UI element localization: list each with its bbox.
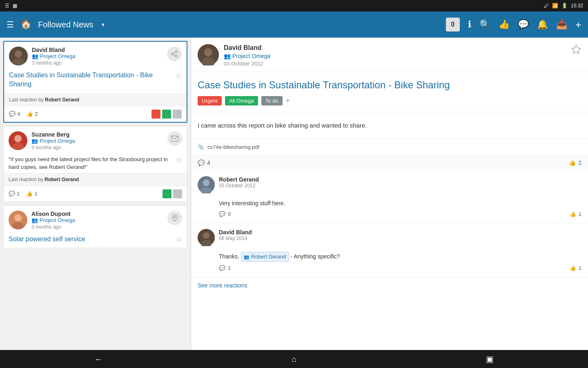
like-icon[interactable]: 👍 [499, 19, 510, 30]
card-2-project: 👥 Project Omega [31, 138, 75, 144]
home-button[interactable]: ⌂ [282, 351, 306, 367]
comment-1-like-icon: 👍 [570, 211, 576, 217]
card-3-author-info: Alison Dupont 👥 Project Omega 3 months a… [31, 211, 75, 230]
svg-point-17 [204, 48, 212, 56]
post-group-icon: 👥 [224, 53, 231, 59]
post-author-name: David Bland [224, 44, 270, 52]
comment-1-footer: 💬 0 👍 1 [198, 211, 581, 217]
news-card-1[interactable]: David Bland 👥 Project Omega 3 months ago [3, 41, 187, 123]
color-dot-gray [173, 110, 182, 119]
card-1-title: ☆ Case Studies in Sustainable Transporta… [4, 69, 187, 93]
post-title: Case Studies in Sustainable Transportati… [191, 72, 588, 96]
info-icon[interactable]: ℹ [468, 19, 471, 30]
top-nav-right: 0 ℹ 🔍 👍 💬 🔔 📥 + [446, 18, 581, 31]
battery-icon: 🔋 [561, 3, 568, 9]
card-2-header: Suzanne Berg 👥 Project Omega 3 months ag… [4, 126, 187, 154]
status-bar: ☰ ▦ 🖊 📶 🔋 15:32 [0, 0, 588, 11]
card-3-star-icon[interactable]: ☆ [176, 235, 182, 244]
svg-point-21 [203, 180, 209, 186]
comment-2-author-name: David Bland [219, 229, 252, 236]
post-header-left: David Bland 👥 Project Omega 03 October 2… [198, 44, 270, 67]
card-2-time: 3 months ago [31, 145, 75, 150]
color-dot-green-2 [163, 189, 172, 198]
comment-1-author-name: Robert Gerand [219, 176, 259, 183]
news-card-3[interactable]: Alison Dupont 👥 Project Omega 3 months a… [3, 205, 187, 248]
card-2-action-icon[interactable] [167, 131, 182, 146]
like-icon-2: 👍 [26, 191, 33, 197]
tag-add-button[interactable]: + [286, 96, 290, 105]
status-bar-right: 🖊 📶 🔋 15:32 [544, 3, 583, 9]
chat-icon[interactable]: 💬 [518, 19, 529, 30]
comment-2-avatar [198, 229, 215, 246]
card-1-star-icon[interactable]: ☆ [175, 71, 182, 81]
card-1-project: 👥 Project Omega [32, 53, 76, 59]
likes-count-section: 👍 2 [569, 159, 581, 166]
svg-point-9 [14, 135, 22, 142]
nav-title: Followed News [38, 20, 94, 29]
mention-group-icon: 👥 [244, 254, 249, 260]
card-2-star-icon[interactable]: ☆ [176, 155, 182, 164]
back-button[interactable]: ← [85, 351, 112, 367]
tag-todo[interactable]: To do [261, 96, 283, 105]
card-3-action-icon[interactable] [167, 211, 182, 225]
comment-2-footer: 💬 1 👍 1 [198, 265, 581, 271]
inbox-icon[interactable]: 📥 [556, 19, 567, 30]
card-3-avatar [9, 211, 27, 229]
comment-2-header: David Bland 06 May 2014 [198, 229, 581, 246]
hamburger-menu[interactable]: ☰ [7, 20, 14, 29]
group-icon-1: 👥 [32, 53, 38, 59]
color-dot-green [162, 110, 171, 119]
card-2-author-name: Suzanne Berg [31, 131, 75, 138]
comment-2-body-before: Thanks, [219, 253, 241, 260]
card-3-header: Alison Dupont 👥 Project Omega 3 months a… [4, 206, 187, 233]
comment-1-author-info: Robert Gerand 05 October 2012 [219, 176, 259, 188]
card-2-comments: 💬 1 [9, 191, 20, 197]
attachment-bar: 📎 cs74e-bikesharing.pdf [191, 139, 588, 155]
card-3-time: 3 months ago [31, 224, 75, 230]
comment-1-body: Very interesting stuff here. [198, 197, 581, 211]
attachment-filename[interactable]: cs74e-bikesharing.pdf [207, 144, 259, 150]
comments-bar-like-icon: 👍 [569, 159, 576, 166]
post-star-icon[interactable] [571, 44, 581, 57]
comment-2-body: Thanks, 👥 Robert Gerand - Anything speci… [198, 250, 581, 265]
card-3-project: 👥 Project Omega [31, 217, 75, 223]
see-more-reactions-link[interactable]: See more reactions [191, 277, 588, 294]
svg-point-1 [15, 50, 22, 58]
top-nav-left: ☰ 🏠 Followed News ▾ [7, 19, 105, 30]
badge-button[interactable]: 0 [446, 18, 460, 31]
card-1-author-name: David Bland [32, 47, 76, 53]
comment-1-avatar [198, 176, 215, 193]
attachment-icon: 📎 [198, 144, 204, 150]
comment-2-body-after: - Anything specific? [291, 253, 340, 260]
card-1-action-icon[interactable] [167, 47, 182, 61]
card-1-color-dots [151, 110, 182, 119]
status-bar-left: ☰ ▦ [5, 3, 17, 9]
card-1-footer: 💬 4 👍 2 [4, 106, 187, 122]
card-2-avatar [9, 131, 27, 150]
comment-2-icon: 💬 [219, 265, 225, 271]
home-icon[interactable]: 🏠 [20, 19, 31, 30]
comment-2-mention[interactable]: 👥 Robert Gerand [241, 252, 289, 262]
news-card-2[interactable]: Suzanne Berg 👥 Project Omega 3 months ag… [3, 126, 187, 202]
comment-2-date: 06 May 2014 [219, 236, 252, 241]
card-2-footer: 💬 1 👍 1 [4, 186, 187, 202]
comments-bar-comment-icon: 💬 [198, 159, 205, 166]
card-1-likes: 👍 2 [27, 111, 38, 117]
tag-all-omega[interactable]: All Omega [225, 96, 258, 105]
tag-urgent[interactable]: Urgent [198, 96, 222, 105]
add-icon[interactable]: + [575, 18, 581, 31]
group-icon-3: 👥 [31, 217, 38, 223]
dropdown-arrow-icon[interactable]: ▾ [102, 21, 105, 28]
comment-2-like-count: 👍 1 [570, 265, 581, 271]
recent-apps-button[interactable]: ▣ [476, 351, 503, 367]
comment-2: David Bland 06 May 2014 Thanks, 👥 Robert… [191, 223, 588, 277]
time-display: 15:32 [571, 3, 583, 9]
notification-bell-icon[interactable]: 🔔 [537, 19, 548, 30]
card-1-comments: 💬 4 [9, 111, 20, 117]
post-date: 03 October 2012 [224, 61, 270, 67]
card-3-title: Solar powered self service [9, 235, 172, 244]
search-icon[interactable]: 🔍 [479, 19, 490, 30]
card-2-last-reaction: Last reaction by Robert Gerand [4, 173, 187, 186]
post-comment-count: 4 [207, 159, 210, 166]
svg-point-15 [174, 216, 176, 218]
